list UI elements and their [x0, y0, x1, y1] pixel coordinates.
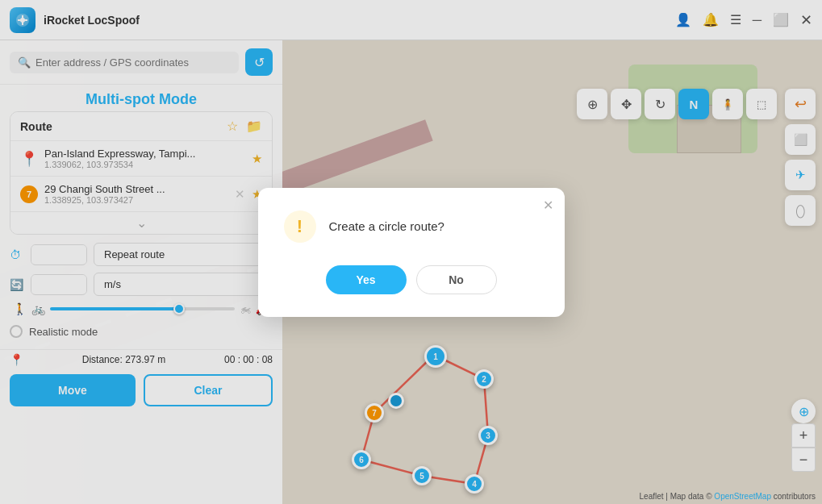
warning-icon: !	[297, 216, 303, 237]
dialog-message: Create a circle route?	[329, 219, 444, 233]
dialog-yes-btn[interactable]: Yes	[326, 265, 407, 294]
dialog-buttons: Yes No	[284, 265, 539, 294]
dialog-body: ! Create a circle route?	[284, 210, 539, 243]
dialog-box: ✕ ! Create a circle route? Yes No	[258, 188, 565, 317]
dialog-overlay[interactable]: ✕ ! Create a circle route? Yes No	[0, 0, 822, 504]
dialog-warn-icon: !	[284, 210, 316, 243]
dialog-no-btn[interactable]: No	[416, 265, 497, 294]
dialog-close-btn[interactable]: ✕	[543, 198, 553, 213]
